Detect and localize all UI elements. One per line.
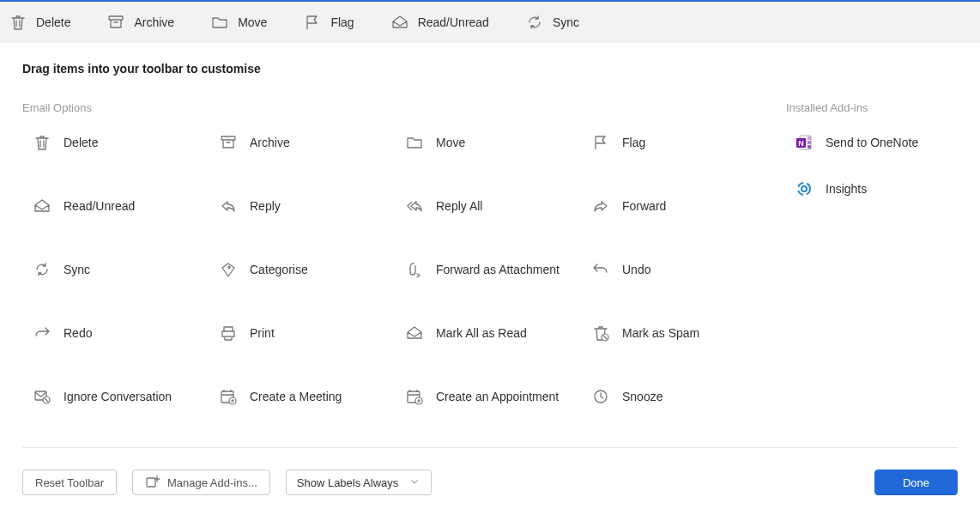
addin-label: Send to OneNote: [826, 136, 918, 149]
toolbar-item-flag[interactable]: Flag: [303, 13, 354, 32]
envelope-icon: [405, 324, 424, 342]
sync-icon: [33, 260, 51, 279]
option-label: Reply All: [436, 199, 482, 213]
option-meeting[interactable]: Create a Meeting: [219, 387, 396, 406]
option-undo[interactable]: Undo: [591, 260, 769, 279]
option-label: Forward: [622, 199, 666, 213]
calendar-meeting-icon: [219, 387, 238, 406]
trash-icon: [33, 133, 51, 152]
option-label: Create an Appointment: [436, 390, 559, 403]
addin-insights[interactable]: Insights: [795, 179, 958, 198]
toolbar-label: Read/Unread: [418, 15, 489, 29]
chevron-down-icon: [408, 476, 420, 490]
toolbar-item-archive[interactable]: Archive: [106, 13, 174, 32]
toolbar-item-readunread[interactable]: Read/Unread: [390, 13, 489, 32]
option-redo[interactable]: Redo: [33, 324, 210, 342]
option-replyall[interactable]: Reply All: [405, 197, 583, 215]
option-label: Mark as Spam: [622, 326, 699, 340]
option-label: Print: [250, 326, 275, 340]
toolbar-item-move[interactable]: Move: [210, 13, 267, 32]
toolbar-label: Sync: [553, 15, 579, 29]
option-markallread[interactable]: Mark All as Read: [405, 324, 583, 342]
option-label: Undo: [622, 263, 650, 276]
flag-icon: [591, 133, 610, 152]
option-label: Delete: [64, 136, 98, 149]
sync-icon: [525, 13, 544, 32]
option-label: Move: [436, 136, 465, 149]
show-labels-dropdown[interactable]: Show Labels Always: [286, 470, 433, 495]
toolbar-item-sync[interactable]: Sync: [525, 13, 579, 32]
section-title-email: Email Options: [22, 101, 769, 114]
option-label: Archive: [250, 136, 290, 149]
toolbar-label: Flag: [330, 15, 354, 29]
trash-icon: [9, 13, 27, 32]
replyall-icon: [405, 197, 424, 215]
footer-divider: [22, 447, 958, 448]
forward-icon: [591, 197, 610, 215]
onenote-icon: [795, 133, 814, 152]
option-label: Flag: [622, 136, 645, 149]
option-label: Read/Unread: [64, 199, 135, 213]
option-forward[interactable]: Forward: [591, 197, 769, 215]
option-archive[interactable]: Archive: [219, 133, 396, 152]
spam-icon: [591, 324, 610, 342]
option-reply[interactable]: Reply: [219, 197, 396, 215]
option-appointment[interactable]: Create an Appointment: [405, 387, 583, 406]
tag-icon: [219, 260, 238, 279]
option-label: Reply: [250, 199, 281, 213]
option-label: Redo: [64, 326, 92, 340]
manage-addins-icon: [145, 474, 160, 492]
toolbar-label: Move: [238, 15, 267, 29]
toolbar: Delete Archive Move Flag Read/Unread Syn…: [0, 0, 980, 43]
folder-icon: [405, 133, 424, 152]
undo-icon: [591, 260, 610, 279]
archive-icon: [106, 13, 125, 32]
option-label: Create a Meeting: [250, 390, 342, 403]
main-content: Drag items into your toolbar to customis…: [0, 43, 980, 406]
reset-toolbar-button[interactable]: Reset Toolbar: [22, 470, 117, 495]
option-label: Snooze: [622, 390, 662, 403]
option-readunread[interactable]: Read/Unread: [33, 197, 210, 215]
addin-onenote[interactable]: Send to OneNote: [795, 133, 958, 152]
calendar-appointment-icon: [405, 387, 424, 406]
option-markspam[interactable]: Mark as Spam: [591, 324, 769, 342]
option-categorise[interactable]: Categorise: [219, 260, 396, 279]
attach-forward-icon: [405, 260, 424, 279]
toolbar-item-delete[interactable]: Delete: [9, 13, 70, 32]
installed-addins-section: Installed Add-ins Send to OneNote Insigh…: [786, 101, 958, 406]
clock-icon: [591, 387, 610, 406]
option-flag[interactable]: Flag: [591, 133, 769, 152]
print-icon: [219, 324, 238, 342]
option-label: Categorise: [250, 263, 308, 276]
insights-icon: [795, 179, 814, 198]
archive-icon: [219, 133, 238, 152]
option-label: Forward as Attachment: [436, 263, 560, 276]
toolbar-label: Archive: [134, 15, 174, 29]
option-label: Sync: [64, 263, 90, 276]
instruction-text: Drag items into your toolbar to customis…: [22, 62, 958, 76]
option-label: Ignore Conversation: [64, 390, 172, 403]
envelope-icon: [390, 13, 409, 32]
option-delete[interactable]: Delete: [33, 133, 210, 152]
option-ignore[interactable]: Ignore Conversation: [33, 387, 210, 406]
flag-icon: [303, 13, 322, 32]
option-forwardattach[interactable]: Forward as Attachment: [405, 260, 583, 279]
option-print[interactable]: Print: [219, 324, 396, 342]
reply-icon: [219, 197, 238, 215]
toolbar-label: Delete: [36, 15, 70, 29]
folder-icon: [210, 13, 229, 32]
section-title-addins: Installed Add-ins: [786, 101, 958, 114]
option-label: Mark All as Read: [436, 326, 527, 340]
email-options-section: Email Options Delete Archive Move Flag R…: [22, 101, 769, 406]
envelope-icon: [33, 197, 51, 215]
addin-label: Insights: [826, 182, 867, 196]
manage-addins-button[interactable]: Manage Add-ins...: [132, 470, 270, 495]
option-move[interactable]: Move: [405, 133, 583, 152]
option-snooze[interactable]: Snooze: [591, 387, 769, 406]
option-sync[interactable]: Sync: [33, 260, 210, 279]
done-button[interactable]: Done: [874, 470, 958, 495]
ignore-icon: [33, 387, 51, 406]
footer: Reset Toolbar Manage Add-ins... Show Lab…: [0, 470, 980, 495]
redo-icon: [33, 324, 51, 342]
